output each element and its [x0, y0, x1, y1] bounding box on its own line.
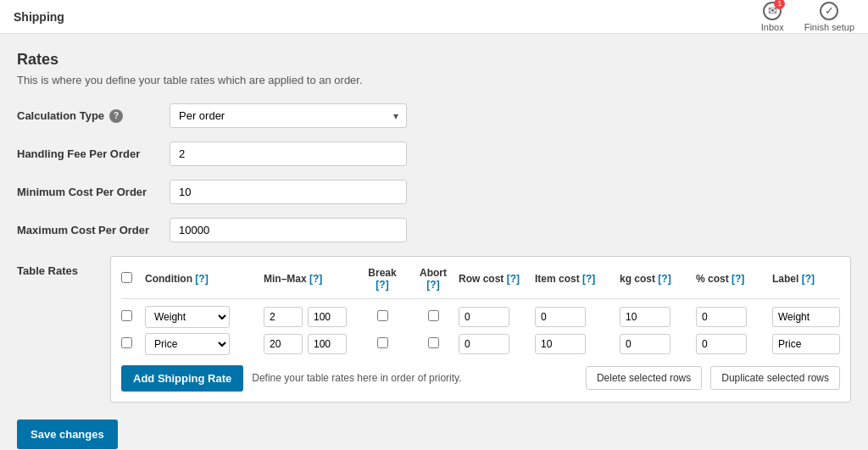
- handling-fee-row: Handling Fee Per Order: [17, 142, 851, 166]
- row1-break-checkbox[interactable]: [377, 310, 388, 321]
- row2-max-input[interactable]: [308, 334, 347, 354]
- table-rates-row: Table Rates Condition [?] Min–Max [?] Br…: [17, 256, 851, 403]
- row2-label-input[interactable]: [772, 334, 840, 354]
- row1-abort-checkbox[interactable]: [428, 310, 439, 321]
- top-bar: Shipping ✉ 1 Inbox ✓ Finish setup: [0, 0, 868, 34]
- max-cost-input[interactable]: [170, 218, 407, 242]
- row1-label-input[interactable]: [772, 307, 840, 327]
- header-condition: Condition [?]: [145, 273, 264, 285]
- main-content: Rates This is where you define your tabl…: [0, 34, 868, 450]
- inbox-button[interactable]: ✉ 1 Inbox: [761, 2, 784, 32]
- max-cost-label: Maximum Cost Per Order: [17, 224, 170, 236]
- header-pctcost: % cost [?]: [696, 273, 772, 285]
- label-help-link[interactable]: [?]: [802, 273, 815, 285]
- rates-actions: Add Shipping Rate Define your table rate…: [121, 365, 840, 392]
- calculation-type-select-wrap: Per order Per item Per weight: [170, 103, 407, 128]
- row1-rowcost-input[interactable]: [459, 307, 509, 327]
- abort-help-link[interactable]: [?]: [426, 279, 439, 291]
- header-itemcost: Item cost [?]: [535, 273, 620, 285]
- handling-fee-label: Handling Fee Per Order: [17, 147, 170, 160]
- finish-setup-label: Finish setup: [804, 22, 854, 32]
- table-row: Weight Price Items: [121, 333, 840, 355]
- min-cost-row: Minimum Cost Per Order: [17, 180, 851, 204]
- calculation-type-help-icon[interactable]: ?: [109, 109, 123, 123]
- table-rates-label: Table Rates: [17, 256, 110, 277]
- max-cost-row: Maximum Cost Per Order: [17, 218, 851, 242]
- row2-min-input[interactable]: [264, 334, 303, 354]
- page-title: Shipping: [14, 10, 64, 24]
- header-label: Label [?]: [772, 273, 840, 285]
- top-bar-actions: ✉ 1 Inbox ✓ Finish setup: [761, 2, 854, 32]
- inbox-badge: 1: [774, 0, 785, 9]
- section-desc: This is where you define your table rate…: [17, 74, 851, 86]
- handling-fee-input[interactable]: [170, 142, 407, 166]
- table-row: Weight Price Items: [121, 306, 840, 328]
- header-break: Break [?]: [357, 267, 408, 292]
- header-minmax: Min–Max [?]: [264, 273, 357, 285]
- row2-rowcost-input[interactable]: [459, 334, 509, 354]
- calculation-type-row: Calculation Type ? Per order Per item Pe…: [17, 103, 851, 128]
- row2-pctcost-input[interactable]: [696, 334, 747, 354]
- rates-table: Condition [?] Min–Max [?] Break [?] Abor…: [110, 256, 851, 403]
- break-help-link[interactable]: [?]: [376, 279, 388, 291]
- row2-itemcost-input[interactable]: [535, 334, 586, 354]
- calculation-type-label: Calculation Type ?: [17, 109, 170, 123]
- delete-selected-rows-button[interactable]: Delete selected rows: [586, 366, 702, 390]
- save-changes-button[interactable]: Save changes: [17, 419, 118, 449]
- finish-setup-icon: ✓: [820, 2, 838, 20]
- min-cost-input[interactable]: [170, 180, 407, 204]
- row2-break-checkbox[interactable]: [377, 337, 388, 348]
- itemcost-help-link[interactable]: [?]: [582, 273, 595, 285]
- row2-kgcost-input[interactable]: [620, 334, 670, 354]
- row2-condition-select[interactable]: Weight Price Items: [145, 333, 230, 355]
- finish-setup-button[interactable]: ✓ Finish setup: [804, 2, 854, 32]
- row2-abort-checkbox[interactable]: [428, 337, 439, 348]
- select-all-checkbox[interactable]: [121, 272, 132, 283]
- pctcost-help-link[interactable]: [?]: [732, 273, 744, 285]
- row1-min-input[interactable]: [264, 307, 303, 327]
- header-check: [121, 272, 145, 286]
- header-rowcost: Row cost [?]: [459, 273, 535, 285]
- kgcost-help-link[interactable]: [?]: [658, 273, 670, 285]
- header-kgcost: kg cost [?]: [620, 273, 696, 285]
- rowcost-help-link[interactable]: [?]: [507, 273, 520, 285]
- rates-hint: Define your table rates here in order of…: [252, 372, 577, 384]
- duplicate-selected-rows-button[interactable]: Duplicate selected rows: [710, 366, 840, 390]
- minmax-help-link[interactable]: [?]: [309, 273, 322, 285]
- row1-max-input[interactable]: [308, 307, 347, 327]
- min-cost-label: Minimum Cost Per Order: [17, 186, 170, 198]
- row1-pctcost-input[interactable]: [696, 307, 747, 327]
- rates-table-header: Condition [?] Min–Max [?] Break [?] Abor…: [121, 267, 840, 299]
- row1-itemcost-input[interactable]: [535, 307, 586, 327]
- section-title: Rates: [17, 51, 851, 69]
- save-row: Save changes: [17, 419, 851, 449]
- header-abort: Abort [?]: [408, 267, 459, 292]
- row1-condition-select[interactable]: Weight Price Items: [145, 306, 230, 328]
- row1-checkbox[interactable]: [121, 310, 132, 321]
- row1-kgcost-input[interactable]: [620, 307, 670, 327]
- condition-help-link[interactable]: [?]: [195, 273, 208, 285]
- add-shipping-rate-button[interactable]: Add Shipping Rate: [121, 365, 243, 392]
- calculation-type-select[interactable]: Per order Per item Per weight: [170, 103, 407, 128]
- inbox-label: Inbox: [761, 22, 784, 32]
- inbox-icon-wrap: ✉ 1: [763, 2, 782, 22]
- row2-checkbox[interactable]: [121, 337, 132, 348]
